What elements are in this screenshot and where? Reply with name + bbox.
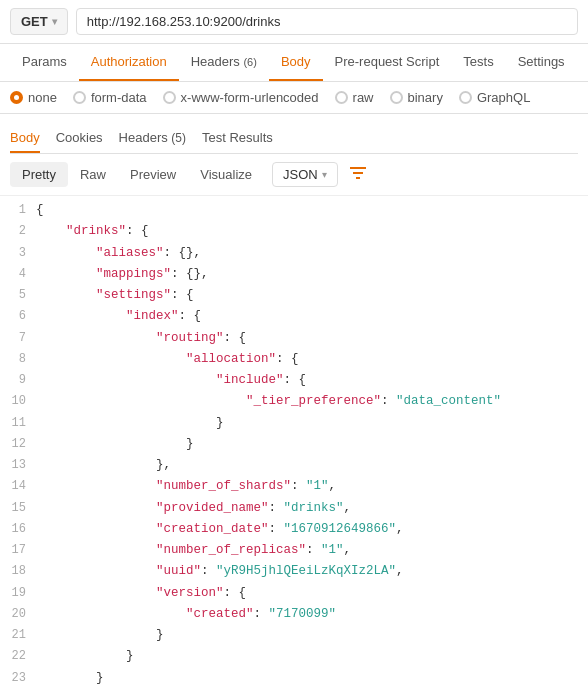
json-line: 2 "drinks": { bbox=[0, 221, 588, 242]
line-content: "version": { bbox=[36, 583, 246, 604]
json-line: 3 "aliases": {}, bbox=[0, 243, 588, 264]
json-line: 5 "settings": { bbox=[0, 285, 588, 306]
radio-form-data-dot bbox=[73, 91, 86, 104]
line-number: 22 bbox=[0, 646, 36, 666]
line-content: }, bbox=[36, 455, 171, 476]
line-number: 21 bbox=[0, 625, 36, 645]
radio-raw-dot bbox=[335, 91, 348, 104]
response-tabs: Body Cookies Headers (5) Test Results bbox=[10, 124, 578, 154]
radio-form-data[interactable]: form-data bbox=[73, 90, 147, 105]
line-content: "_tier_preference": "data_content" bbox=[36, 391, 501, 412]
line-content: "number_of_shards": "1", bbox=[36, 476, 336, 497]
json-line: 4 "mappings": {}, bbox=[0, 264, 588, 285]
line-number: 10 bbox=[0, 391, 36, 411]
line-content: } bbox=[36, 413, 224, 434]
method-label: GET bbox=[21, 14, 48, 29]
line-number: 3 bbox=[0, 243, 36, 263]
line-content: "drinks": { bbox=[36, 221, 149, 242]
tab-body[interactable]: Body bbox=[269, 44, 323, 81]
json-line: 20 "created": "7170099" bbox=[0, 604, 588, 625]
json-line: 16 "creation_date": "1670912649866", bbox=[0, 519, 588, 540]
json-line: 14 "number_of_shards": "1", bbox=[0, 476, 588, 497]
resp-tab-testresults[interactable]: Test Results bbox=[202, 124, 273, 153]
format-label: JSON bbox=[283, 167, 318, 182]
line-number: 12 bbox=[0, 434, 36, 454]
format-select[interactable]: JSON ▾ bbox=[272, 162, 338, 187]
json-line: 19 "version": { bbox=[0, 583, 588, 604]
tab-settings[interactable]: Settings bbox=[506, 44, 577, 81]
line-number: 13 bbox=[0, 455, 36, 475]
json-line: 22 } bbox=[0, 646, 588, 667]
line-number: 17 bbox=[0, 540, 36, 560]
radio-raw-label: raw bbox=[353, 90, 374, 105]
view-pretty[interactable]: Pretty bbox=[10, 162, 68, 187]
line-content: "aliases": {}, bbox=[36, 243, 201, 264]
radio-urlencoded-label: x-www-form-urlencoded bbox=[181, 90, 319, 105]
json-line: 17 "number_of_replicas": "1", bbox=[0, 540, 588, 561]
line-number: 6 bbox=[0, 306, 36, 326]
line-content: } bbox=[36, 646, 134, 667]
radio-urlencoded-dot bbox=[163, 91, 176, 104]
json-line: 15 "provided_name": "drinks", bbox=[0, 498, 588, 519]
line-number: 4 bbox=[0, 264, 36, 284]
format-arrow: ▾ bbox=[322, 169, 327, 180]
radio-graphql-label: GraphQL bbox=[477, 90, 530, 105]
body-type-row: none form-data x-www-form-urlencoded raw… bbox=[0, 82, 588, 114]
radio-raw[interactable]: raw bbox=[335, 90, 374, 105]
url-input[interactable] bbox=[76, 8, 578, 35]
json-line: 23 } bbox=[0, 668, 588, 689]
line-content: "provided_name": "drinks", bbox=[36, 498, 351, 519]
view-preview[interactable]: Preview bbox=[118, 162, 188, 187]
line-number: 14 bbox=[0, 476, 36, 496]
line-content: "index": { bbox=[36, 306, 201, 327]
tab-tests[interactable]: Tests bbox=[451, 44, 505, 81]
radio-none[interactable]: none bbox=[10, 90, 57, 105]
response-section: Body Cookies Headers (5) Test Results bbox=[0, 114, 588, 154]
line-number: 18 bbox=[0, 561, 36, 581]
line-content: "created": "7170099" bbox=[36, 604, 336, 625]
line-number: 5 bbox=[0, 285, 36, 305]
filter-icon[interactable] bbox=[348, 164, 368, 186]
line-number: 1 bbox=[0, 200, 36, 220]
resp-tab-cookies[interactable]: Cookies bbox=[56, 124, 103, 153]
json-line: 13 }, bbox=[0, 455, 588, 476]
radio-binary-dot bbox=[390, 91, 403, 104]
resp-tab-body[interactable]: Body bbox=[10, 124, 40, 153]
method-chevron: ▾ bbox=[52, 16, 57, 27]
json-line: 1{ bbox=[0, 200, 588, 221]
line-number: 20 bbox=[0, 604, 36, 624]
line-content: } bbox=[36, 434, 194, 455]
view-row: Pretty Raw Preview Visualize JSON ▾ bbox=[0, 154, 588, 196]
radio-binary[interactable]: binary bbox=[390, 90, 443, 105]
tab-params[interactable]: Params bbox=[10, 44, 79, 81]
tab-headers[interactable]: Headers (6) bbox=[179, 44, 269, 81]
line-content: "number_of_replicas": "1", bbox=[36, 540, 351, 561]
radio-graphql[interactable]: GraphQL bbox=[459, 90, 530, 105]
json-line: 11 } bbox=[0, 413, 588, 434]
tab-authorization[interactable]: Authorization bbox=[79, 44, 179, 81]
radio-urlencoded[interactable]: x-www-form-urlencoded bbox=[163, 90, 319, 105]
line-content: } bbox=[36, 625, 164, 646]
line-number: 9 bbox=[0, 370, 36, 390]
line-number: 19 bbox=[0, 583, 36, 603]
line-content: "allocation": { bbox=[36, 349, 299, 370]
resp-tab-headers[interactable]: Headers (5) bbox=[119, 124, 186, 153]
json-line: 9 "include": { bbox=[0, 370, 588, 391]
json-line: 8 "allocation": { bbox=[0, 349, 588, 370]
line-content: "include": { bbox=[36, 370, 306, 391]
method-select[interactable]: GET ▾ bbox=[10, 8, 68, 35]
tab-prerequest[interactable]: Pre-request Script bbox=[323, 44, 452, 81]
line-number: 7 bbox=[0, 328, 36, 348]
view-raw[interactable]: Raw bbox=[68, 162, 118, 187]
line-content: "routing": { bbox=[36, 328, 246, 349]
line-number: 11 bbox=[0, 413, 36, 433]
line-content: "uuid": "yR9H5jhlQEeiLzKqXIz2LA", bbox=[36, 561, 404, 582]
radio-none-label: none bbox=[28, 90, 57, 105]
radio-form-data-label: form-data bbox=[91, 90, 147, 105]
line-number: 2 bbox=[0, 221, 36, 241]
view-visualize[interactable]: Visualize bbox=[188, 162, 264, 187]
radio-graphql-dot bbox=[459, 91, 472, 104]
line-content: "creation_date": "1670912649866", bbox=[36, 519, 404, 540]
json-content: 1{2 "drinks": {3 "aliases": {},4 "mappin… bbox=[0, 196, 588, 691]
json-line: 21 } bbox=[0, 625, 588, 646]
